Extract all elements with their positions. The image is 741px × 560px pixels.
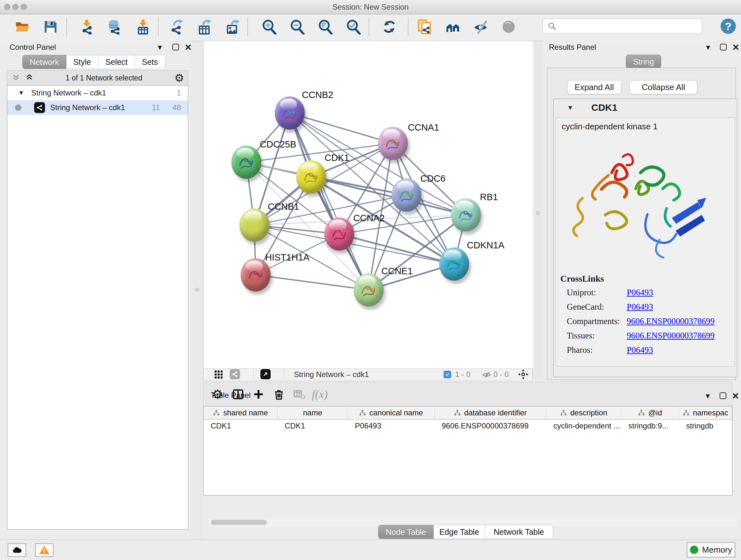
panel-float-icon[interactable] bbox=[172, 44, 179, 51]
open-session-icon[interactable] bbox=[14, 19, 30, 35]
network-node-CCNE1[interactable] bbox=[354, 273, 384, 307]
application-window: Session: New Session bbox=[0, 0, 741, 560]
network-node-CCNA2[interactable] bbox=[324, 217, 354, 251]
column-header-database-identifier[interactable]: database identifier bbox=[434, 407, 546, 419]
toolbar-separator bbox=[66, 17, 67, 36]
crosslink-value-link[interactable]: P06493 bbox=[627, 302, 653, 312]
network-node-HIST1H1A[interactable] bbox=[241, 258, 271, 292]
network-row-selected[interactable]: String Network – cdk1 11 48 bbox=[7, 100, 188, 115]
delete-column-icon[interactable] bbox=[269, 385, 289, 403]
tab-network[interactable]: Network bbox=[22, 55, 66, 69]
section-collapse-icon[interactable]: ▼ bbox=[567, 104, 574, 111]
table-cell[interactable]: stringdb:9... bbox=[621, 420, 679, 432]
crosslink-value-link[interactable]: 9606.ENSP00000378699 bbox=[627, 316, 715, 326]
tab-network-table[interactable]: Network Table bbox=[485, 525, 553, 539]
column-header-shared-name[interactable]: shared name bbox=[204, 407, 278, 419]
network-node-CCNA1[interactable] bbox=[378, 127, 408, 160]
zoom-fit-icon[interactable] bbox=[317, 19, 333, 35]
panel-menu-icon[interactable]: ▼ bbox=[704, 393, 711, 400]
crosslink-value-link[interactable]: P06493 bbox=[627, 288, 653, 298]
tab-style[interactable]: Style bbox=[66, 55, 98, 69]
table-cell[interactable]: 9606.ENSP00000378699 bbox=[434, 420, 546, 432]
table-cell[interactable]: stringdb bbox=[679, 420, 732, 432]
memory-button[interactable]: Memory bbox=[687, 542, 735, 557]
protein-ribbon-icon bbox=[394, 183, 419, 208]
table-cell[interactable]: P06493 bbox=[348, 420, 434, 432]
tab-edge-table[interactable]: Edge Table bbox=[434, 525, 485, 539]
panel-close-icon[interactable]: ✕ bbox=[732, 393, 739, 400]
panel-close-icon[interactable]: ✕ bbox=[185, 44, 192, 51]
crosslink-value-link[interactable]: 9606.ENSP00000378699 bbox=[627, 331, 715, 341]
expand-all-icon[interactable] bbox=[25, 73, 33, 83]
network-node-CDC6[interactable] bbox=[392, 179, 421, 212]
column-header--id[interactable]: @id bbox=[621, 407, 679, 419]
first-neighbors-icon[interactable] bbox=[445, 19, 461, 35]
fit-crosshair-icon[interactable] bbox=[518, 369, 529, 381]
table-row[interactable]: CDK1CDK1P064939606.ENSP00000378699cyclin… bbox=[204, 420, 732, 432]
network-selector-bar: 1 of 1 Network selected ⚙ bbox=[7, 70, 188, 85]
column-header-namespac[interactable]: namespac bbox=[679, 407, 732, 419]
scrollbar-thumb[interactable] bbox=[211, 520, 267, 525]
network-collection-row[interactable]: ▼ String Network – cdk1 1 bbox=[7, 85, 188, 100]
export-image-icon[interactable] bbox=[225, 19, 241, 35]
hide-selected-icon[interactable] bbox=[473, 19, 488, 35]
birdseye-view-icon[interactable] bbox=[260, 369, 271, 379]
help-button[interactable]: ? bbox=[721, 18, 736, 34]
hidden-eye-icon[interactable] bbox=[482, 370, 491, 381]
panel-close-icon[interactable]: ✕ bbox=[732, 44, 739, 51]
import-network-from-file-icon[interactable] bbox=[79, 19, 95, 35]
tab-sets[interactable]: Sets bbox=[135, 55, 165, 69]
selected-checkbox-icon[interactable] bbox=[444, 371, 451, 378]
crosslink-value-link[interactable]: P06493 bbox=[627, 345, 653, 355]
network-node-RB1[interactable] bbox=[451, 198, 481, 232]
zoom-in-icon[interactable] bbox=[261, 19, 277, 35]
table-cell[interactable]: CDK1 bbox=[278, 420, 348, 432]
collapse-all-icon[interactable] bbox=[12, 73, 20, 83]
column-header-description[interactable]: description bbox=[546, 407, 621, 419]
search-input[interactable] bbox=[542, 18, 702, 34]
panel-menu-icon[interactable]: ▼ bbox=[156, 44, 163, 51]
show-all-icon[interactable] bbox=[501, 19, 517, 35]
panel-float-icon[interactable] bbox=[720, 392, 726, 399]
add-column-icon[interactable] bbox=[248, 385, 269, 403]
tab-string[interactable]: String bbox=[626, 55, 661, 69]
network-node-CCNB2[interactable] bbox=[275, 97, 305, 130]
vertical-splitter-grip[interactable] bbox=[536, 211, 540, 215]
apply-layout-icon[interactable] bbox=[381, 19, 397, 35]
table-cell[interactable]: cyclin-dependent ... bbox=[546, 420, 621, 432]
column-header-canonical-name[interactable]: canonical name bbox=[348, 407, 434, 419]
column-header-name[interactable]: name bbox=[278, 407, 348, 419]
table-panel: Table Panel ▼ ✕ ⚙ f(x) shared namename bbox=[203, 382, 741, 540]
results-panel: Results Panel ▼ ✕ String Expand All Coll… bbox=[543, 41, 741, 382]
network-options-gear-icon[interactable]: ⚙ bbox=[175, 72, 184, 83]
network-share-icon[interactable] bbox=[230, 369, 240, 379]
protein-ribbon-icon bbox=[442, 252, 467, 277]
panel-float-icon[interactable] bbox=[720, 44, 727, 51]
expand-all-button[interactable]: Expand All bbox=[567, 80, 621, 94]
import-network-from-database-icon[interactable] bbox=[106, 19, 122, 35]
network-node-CDC25B[interactable] bbox=[231, 145, 261, 179]
new-network-from-selection-icon[interactable] bbox=[416, 19, 432, 35]
export-table-icon[interactable] bbox=[197, 19, 212, 35]
tab-node-table[interactable]: Node Table bbox=[378, 525, 434, 539]
save-session-icon[interactable] bbox=[43, 19, 58, 35]
network-node-CDK1[interactable] bbox=[296, 160, 326, 193]
zoom-selected-icon[interactable] bbox=[345, 19, 361, 35]
gene-details: cyclin-dependent kinase 1 bbox=[556, 118, 735, 367]
vertical-splitter-grip[interactable] bbox=[195, 288, 199, 292]
network-canvas[interactable]: CCNB2 CCNA1 CDC25B CDK1 CDC6 bbox=[204, 41, 533, 368]
export-network-icon[interactable] bbox=[169, 19, 185, 35]
collection-expand-icon[interactable]: ▼ bbox=[18, 89, 24, 97]
node-table: shared namename canonical name database … bbox=[203, 406, 732, 496]
cloud-button[interactable] bbox=[8, 543, 26, 557]
zoom-out-icon[interactable] bbox=[289, 19, 305, 35]
collapse-all-button[interactable]: Collapse All bbox=[630, 80, 697, 94]
tab-select[interactable]: Select bbox=[98, 55, 135, 69]
import-table-from-file-icon[interactable] bbox=[135, 19, 151, 35]
grid-view-icon[interactable] bbox=[214, 370, 223, 381]
warning-button[interactable] bbox=[35, 543, 54, 557]
network-node-CCNB1[interactable] bbox=[239, 208, 269, 242]
table-cell[interactable]: CDK1 bbox=[204, 420, 278, 432]
panel-menu-icon[interactable]: ▼ bbox=[704, 44, 712, 51]
network-node-CDKN1A[interactable] bbox=[439, 247, 469, 281]
